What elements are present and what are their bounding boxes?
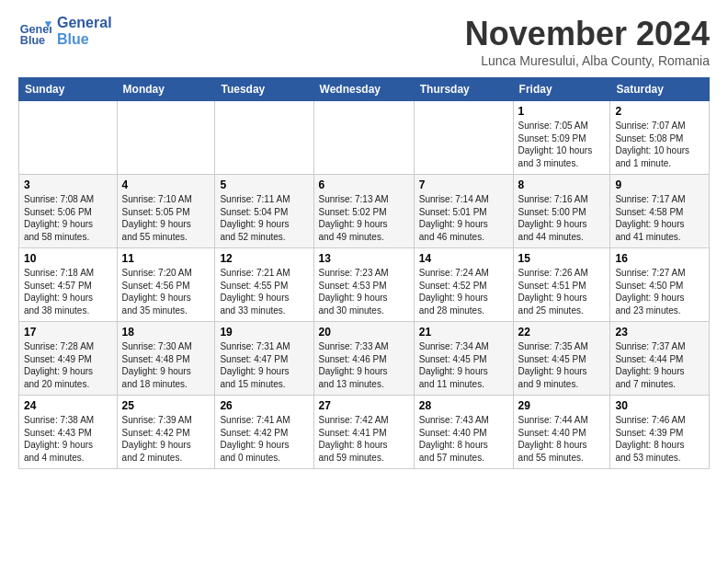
cell-content: Sunrise: 7:24 AM Sunset: 4:52 PM Dayligh…	[419, 267, 508, 316]
cell-content: Sunrise: 7:14 AM Sunset: 5:01 PM Dayligh…	[419, 193, 508, 243]
day-number: 15	[518, 252, 606, 265]
day-number: 12	[220, 252, 308, 265]
cell-content: Sunrise: 7:20 AM Sunset: 4:56 PM Dayligh…	[122, 267, 210, 316]
day-number: 2	[615, 105, 704, 118]
cell-content: Sunrise: 7:38 AM Sunset: 4:43 PM Dayligh…	[24, 414, 112, 464]
cell-content: Sunrise: 7:18 AM Sunset: 4:57 PM Dayligh…	[24, 267, 112, 316]
day-number: 3	[24, 178, 112, 191]
day-number: 30	[615, 399, 704, 412]
cell-content: Sunrise: 7:35 AM Sunset: 4:45 PM Dayligh…	[518, 340, 606, 390]
week-row-4: 17Sunrise: 7:28 AM Sunset: 4:49 PM Dayli…	[19, 322, 710, 396]
calendar-cell: 15Sunrise: 7:26 AM Sunset: 4:51 PM Dayli…	[513, 248, 610, 322]
weekday-header-tuesday: Tuesday	[215, 78, 313, 101]
cell-content: Sunrise: 7:34 AM Sunset: 4:45 PM Dayligh…	[419, 340, 508, 390]
day-number: 1	[518, 105, 606, 118]
calendar-cell: 26Sunrise: 7:41 AM Sunset: 4:42 PM Dayli…	[215, 396, 313, 469]
day-number: 20	[319, 326, 409, 339]
cell-content: Sunrise: 7:44 AM Sunset: 4:40 PM Dayligh…	[518, 414, 606, 464]
calendar-cell	[215, 101, 313, 175]
day-number: 7	[419, 178, 508, 191]
week-row-5: 24Sunrise: 7:38 AM Sunset: 4:43 PM Dayli…	[19, 396, 710, 469]
calendar-cell: 8Sunrise: 7:16 AM Sunset: 5:00 PM Daylig…	[513, 175, 610, 248]
calendar-cell: 4Sunrise: 7:10 AM Sunset: 5:05 PM Daylig…	[117, 175, 215, 248]
day-number: 6	[319, 178, 409, 191]
weekday-header-friday: Friday	[513, 78, 610, 101]
cell-content: Sunrise: 7:41 AM Sunset: 4:42 PM Dayligh…	[220, 414, 308, 464]
cell-content: Sunrise: 7:28 AM Sunset: 4:49 PM Dayligh…	[24, 340, 112, 390]
calendar-cell: 10Sunrise: 7:18 AM Sunset: 4:57 PM Dayli…	[19, 248, 118, 322]
calendar-cell: 30Sunrise: 7:46 AM Sunset: 4:39 PM Dayli…	[610, 396, 710, 469]
day-number: 24	[24, 399, 112, 412]
day-number: 10	[24, 252, 112, 265]
calendar-cell: 29Sunrise: 7:44 AM Sunset: 4:40 PM Dayli…	[513, 396, 610, 469]
weekday-header-wednesday: Wednesday	[313, 78, 414, 101]
day-number: 23	[615, 326, 704, 339]
location: Lunca Muresului, Alba County, Romania	[465, 53, 710, 68]
day-number: 18	[122, 326, 210, 339]
calendar-cell: 9Sunrise: 7:17 AM Sunset: 4:58 PM Daylig…	[610, 175, 710, 248]
title-section: November 2024 Lunca Muresului, Alba Coun…	[465, 15, 710, 68]
calendar-cell: 12Sunrise: 7:21 AM Sunset: 4:55 PM Dayli…	[215, 248, 313, 322]
logo-line2: Blue	[57, 31, 112, 48]
day-number: 25	[122, 399, 210, 412]
cell-content: Sunrise: 7:46 AM Sunset: 4:39 PM Dayligh…	[615, 414, 704, 464]
calendar-cell	[313, 101, 414, 175]
cell-content: Sunrise: 7:21 AM Sunset: 4:55 PM Dayligh…	[220, 267, 308, 316]
cell-content: Sunrise: 7:26 AM Sunset: 4:51 PM Dayligh…	[518, 267, 606, 316]
page-header: General Blue General Blue November 2024 …	[18, 15, 710, 68]
calendar-cell: 20Sunrise: 7:33 AM Sunset: 4:46 PM Dayli…	[313, 322, 414, 396]
cell-content: Sunrise: 7:27 AM Sunset: 4:50 PM Dayligh…	[615, 267, 704, 316]
cell-content: Sunrise: 7:43 AM Sunset: 4:40 PM Dayligh…	[419, 414, 508, 464]
calendar-cell: 5Sunrise: 7:11 AM Sunset: 5:04 PM Daylig…	[215, 175, 313, 248]
cell-content: Sunrise: 7:17 AM Sunset: 4:58 PM Dayligh…	[615, 193, 704, 243]
day-number: 5	[220, 178, 308, 191]
svg-text:Blue: Blue	[20, 34, 45, 47]
cell-content: Sunrise: 7:39 AM Sunset: 4:42 PM Dayligh…	[122, 414, 210, 464]
cell-content: Sunrise: 7:30 AM Sunset: 4:48 PM Dayligh…	[122, 340, 210, 390]
day-number: 19	[220, 326, 308, 339]
calendar-cell: 27Sunrise: 7:42 AM Sunset: 4:41 PM Dayli…	[313, 396, 414, 469]
calendar-cell: 19Sunrise: 7:31 AM Sunset: 4:47 PM Dayli…	[215, 322, 313, 396]
cell-content: Sunrise: 7:07 AM Sunset: 5:08 PM Dayligh…	[615, 120, 704, 169]
cell-content: Sunrise: 7:11 AM Sunset: 5:04 PM Dayligh…	[220, 193, 308, 243]
cell-content: Sunrise: 7:23 AM Sunset: 4:53 PM Dayligh…	[319, 267, 409, 316]
day-number: 8	[518, 178, 606, 191]
calendar-cell: 7Sunrise: 7:14 AM Sunset: 5:01 PM Daylig…	[414, 175, 513, 248]
calendar-cell: 21Sunrise: 7:34 AM Sunset: 4:45 PM Dayli…	[414, 322, 513, 396]
weekday-header-sunday: Sunday	[19, 78, 118, 101]
day-number: 13	[319, 252, 409, 265]
cell-content: Sunrise: 7:05 AM Sunset: 5:09 PM Dayligh…	[518, 120, 606, 169]
month-title: November 2024	[465, 15, 710, 53]
logo: General Blue General Blue	[18, 15, 112, 48]
weekday-header-row: SundayMondayTuesdayWednesdayThursdayFrid…	[19, 78, 710, 101]
calendar-cell: 11Sunrise: 7:20 AM Sunset: 4:56 PM Dayli…	[117, 248, 215, 322]
week-row-1: 1Sunrise: 7:05 AM Sunset: 5:09 PM Daylig…	[19, 101, 710, 175]
logo-line1: General	[57, 15, 112, 31]
calendar-cell: 3Sunrise: 7:08 AM Sunset: 5:06 PM Daylig…	[19, 175, 118, 248]
day-number: 17	[24, 326, 112, 339]
day-number: 26	[220, 399, 308, 412]
day-number: 16	[615, 252, 704, 265]
cell-content: Sunrise: 7:16 AM Sunset: 5:00 PM Dayligh…	[518, 193, 606, 243]
week-row-2: 3Sunrise: 7:08 AM Sunset: 5:06 PM Daylig…	[19, 175, 710, 248]
calendar-table: SundayMondayTuesdayWednesdayThursdayFrid…	[18, 77, 710, 469]
weekday-header-saturday: Saturday	[610, 78, 710, 101]
cell-content: Sunrise: 7:08 AM Sunset: 5:06 PM Dayligh…	[24, 193, 112, 243]
cell-content: Sunrise: 7:10 AM Sunset: 5:05 PM Dayligh…	[122, 193, 210, 243]
day-number: 28	[419, 399, 508, 412]
calendar-cell: 17Sunrise: 7:28 AM Sunset: 4:49 PM Dayli…	[19, 322, 118, 396]
calendar-cell	[117, 101, 215, 175]
day-number: 9	[615, 178, 704, 191]
calendar-cell: 22Sunrise: 7:35 AM Sunset: 4:45 PM Dayli…	[513, 322, 610, 396]
calendar-cell: 13Sunrise: 7:23 AM Sunset: 4:53 PM Dayli…	[313, 248, 414, 322]
weekday-header-monday: Monday	[117, 78, 215, 101]
calendar-cell: 1Sunrise: 7:05 AM Sunset: 5:09 PM Daylig…	[513, 101, 610, 175]
calendar-cell: 6Sunrise: 7:13 AM Sunset: 5:02 PM Daylig…	[313, 175, 414, 248]
calendar-cell: 25Sunrise: 7:39 AM Sunset: 4:42 PM Dayli…	[117, 396, 215, 469]
day-number: 4	[122, 178, 210, 191]
calendar-cell: 24Sunrise: 7:38 AM Sunset: 4:43 PM Dayli…	[19, 396, 118, 469]
day-number: 22	[518, 326, 606, 339]
cell-content: Sunrise: 7:13 AM Sunset: 5:02 PM Dayligh…	[319, 193, 409, 243]
cell-content: Sunrise: 7:33 AM Sunset: 4:46 PM Dayligh…	[319, 340, 409, 390]
day-number: 14	[419, 252, 508, 265]
